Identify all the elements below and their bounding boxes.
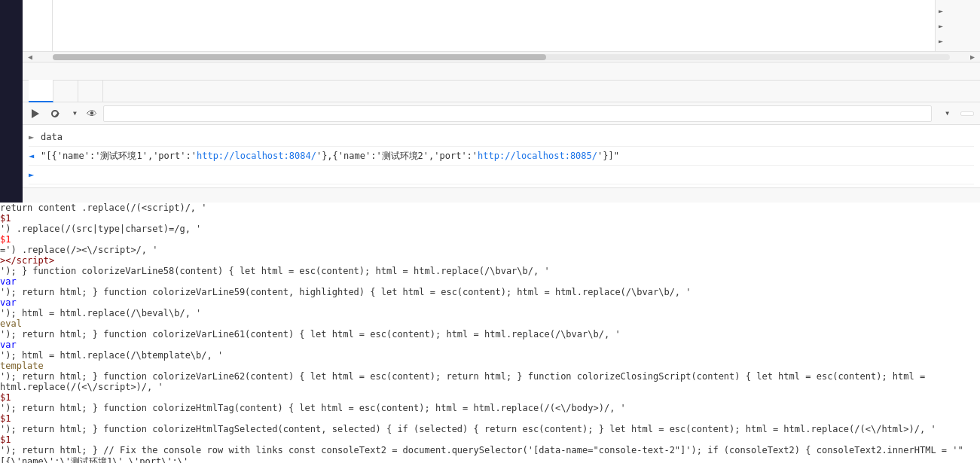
code-area: ► ► ► <box>23 0 980 51</box>
right-panel: ► ► ► <box>935 0 980 51</box>
right-panel-item-event: ► <box>939 18 977 33</box>
scroll-nav-left: ◀ <box>23 52 38 62</box>
expand-arrow-1[interactable]: ► <box>29 129 38 145</box>
context-chevron-icon: ▼ <box>73 110 77 117</box>
context-selector[interactable]: ▼ <box>68 108 81 118</box>
chevron-right-icon-2: ► <box>939 22 943 30</box>
devtools-main: ► ► ► ◀ <box>23 0 980 203</box>
chevron-right-icon: ► <box>939 7 943 15</box>
filter-input[interactable] <box>103 105 932 122</box>
stop-icon <box>51 110 59 117</box>
stop-button[interactable] <box>48 107 62 120</box>
scroll-left-button[interactable]: ◀ <box>23 52 38 62</box>
console-text-1: data <box>41 129 63 145</box>
scroll-nav-right: ▶ <box>965 52 980 62</box>
console-row-value: ◄ "[{'name':'测试环境1','port':'http://local… <box>29 147 974 166</box>
devtools-window: ► ► ► ◀ <box>0 0 980 203</box>
console-output: ► data ◄ "[{'name':'测试环境1','port':'http:… <box>23 125 980 187</box>
line-numbers <box>23 0 53 51</box>
tab-issues[interactable] <box>78 80 103 102</box>
expand-arrow-2[interactable]: ◄ <box>29 148 38 163</box>
right-panel-item-global: ► <box>939 3 977 18</box>
no-issues-button[interactable] <box>960 111 974 116</box>
scroll-right-button[interactable]: ▶ <box>965 52 980 62</box>
code-lines[interactable] <box>53 0 935 51</box>
horizontal-scrollbar[interactable] <box>53 54 950 60</box>
console-row-prompt: ► <box>29 166 974 184</box>
status-bar <box>23 62 980 80</box>
console-toolbar: ▼ 👁 ▼ <box>23 102 980 125</box>
prompt-arrow[interactable]: ► <box>29 167 38 182</box>
levels-chevron-icon: ▼ <box>945 110 949 117</box>
left-thumbnail-panel <box>0 0 23 203</box>
horizontal-scrollbar-area: ◀ ▶ <box>23 51 980 62</box>
default-levels-button[interactable]: ▼ <box>938 108 954 119</box>
tab-console[interactable] <box>29 80 53 102</box>
eye-icon[interactable]: 👁 <box>87 108 97 120</box>
tabs-bar <box>23 80 980 102</box>
main-split: ► ► ► ◀ <box>0 0 980 203</box>
url-bar <box>23 187 980 203</box>
chevron-right-icon-3: ► <box>939 37 943 45</box>
execute-button[interactable] <box>29 107 42 120</box>
tab-whats-new[interactable] <box>53 80 78 102</box>
execute-icon <box>32 109 39 118</box>
scrollbar-thumb <box>53 54 546 60</box>
console-text-2: "[{'name':'测试环境1','port':'http://localho… <box>41 148 619 163</box>
right-panel-item-csp: ► <box>939 33 977 48</box>
console-row-data: ► data <box>29 128 974 147</box>
